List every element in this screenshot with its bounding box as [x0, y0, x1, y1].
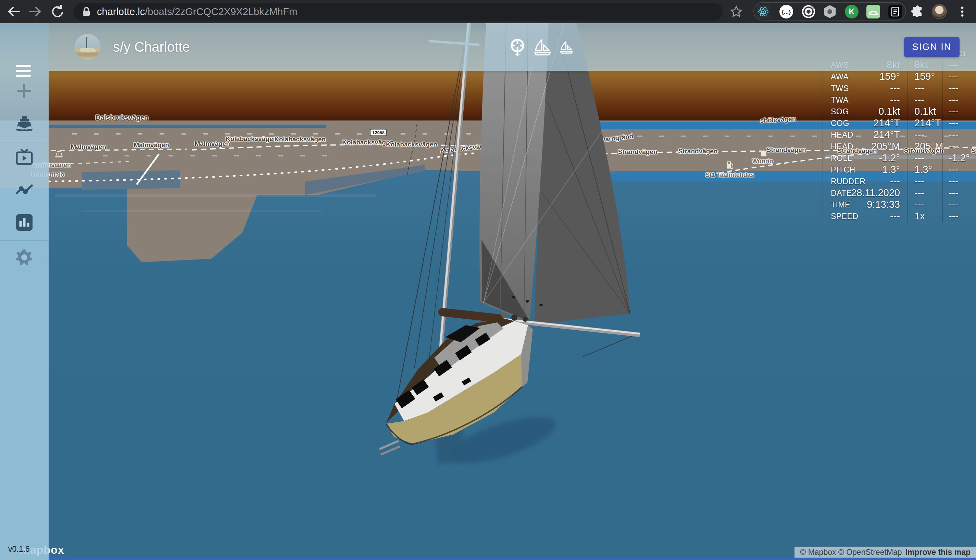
panel-row: RUDDER--------- [823, 175, 976, 187]
map-road-label: Kolabacksvägen [226, 135, 277, 143]
panel-cell: --- [949, 94, 959, 105]
panel-cell: --- [949, 175, 959, 187]
panel-cell: --- [949, 129, 959, 140]
extension-reader-doc-icon[interactable] [888, 4, 903, 19]
menu-icon[interactable] [16, 65, 31, 77]
panel-cell: --- [949, 198, 959, 210]
sidebar-divider [0, 240, 48, 241]
panel-cell: 205°M [823, 140, 900, 152]
panel-cell: 1.3° [914, 163, 932, 175]
boat-3d-model[interactable] [360, 20, 668, 507]
panel-row: SOG0.1kt0.1kt--- [823, 105, 976, 117]
panel-row: PITCH1.3°1.3°--- [823, 163, 976, 175]
url-path: /boats/2zGrCQC2X9X2LbkzMhFm [145, 6, 297, 17]
panel-cell: --- [949, 163, 959, 175]
improve-map-link[interactable]: Improve this map [906, 548, 971, 557]
panel-cell: 0.1kt [914, 105, 936, 117]
panel-cell: 1.3° [823, 163, 900, 175]
locate-boat-icon[interactable] [509, 38, 526, 56]
panel-cell: 159° [914, 70, 935, 82]
map-road-label: Malmvägen [133, 142, 169, 149]
panel-cell: 1x [914, 210, 925, 222]
sidebar-item-live-video[interactable] [0, 148, 48, 166]
panel-row: DATE28.11.2020------ [823, 187, 976, 198]
panel-cell: 9:13:33 [823, 198, 900, 210]
map-view-controls [509, 23, 574, 71]
panel-cell: 159° [823, 70, 900, 82]
panel-row: TWS--------- [823, 82, 976, 94]
panel-row: HEAD205°M205°M--- [823, 140, 976, 152]
reload-icon[interactable] [49, 3, 66, 20]
map-road-label: Strandvägen [678, 148, 717, 155]
panel-cell: --- [949, 210, 959, 222]
map-poi-label: St1 Taalintehdas [706, 172, 754, 179]
boat-avatar[interactable] [75, 34, 101, 60]
panel-row: COG214°T214°T--- [823, 117, 976, 129]
panel-cell: --- [914, 82, 924, 94]
panel-cell: --- [914, 152, 924, 163]
address-bar[interactable]: charlotte.lc/boats/2zGrCQC2X9X2LbkzMhFm [73, 3, 722, 20]
townhall-icon [55, 150, 63, 158]
panel-cell: --- [949, 117, 959, 129]
map-road-label: Kolabacksvägen [274, 135, 326, 143]
panel-cell: 214°T [914, 117, 941, 129]
panel-cell: --- [823, 82, 900, 94]
panel-row: ROLL-1.2°----1.2° [823, 152, 976, 163]
sidebar-item-add[interactable] [0, 82, 48, 99]
extension-k-green-icon[interactable]: K [844, 4, 859, 19]
extensions-puzzle-icon[interactable] [910, 4, 925, 19]
panel-cell: --- [914, 129, 924, 140]
panel-cell: 0.1kt [823, 105, 900, 117]
panel-cell: --- [823, 175, 900, 187]
panel-cell: --- [823, 210, 900, 222]
panel-cell: --- [949, 82, 959, 94]
app-version: v0.1.6 [8, 545, 30, 554]
track-line [48, 558, 976, 560]
profile-avatar[interactable] [932, 4, 947, 19]
panel-cell: --- [914, 175, 924, 187]
panel-cell: --- [914, 187, 924, 198]
forward-icon[interactable] [27, 3, 43, 20]
panel-cell: -1.2° [823, 152, 900, 163]
screenshot-root: DalsbruksvägenMalmvägenMalmvägenMalmväge… [0, 0, 976, 560]
panel-row: AWA159°159°--- [823, 70, 976, 82]
boat-large-icon[interactable] [533, 39, 552, 56]
sidebar: v0.1.6 [0, 23, 48, 560]
panel-rows: AWS8kt8kt---AWA159°159°---TWS---------TW… [823, 59, 976, 222]
panel-cell: 214°T [823, 129, 900, 140]
panel-cell: --- [914, 198, 924, 210]
map-road-label: Strandvägen [766, 146, 806, 154]
panel-cell: --- [949, 187, 959, 198]
extension-arch-green-icon[interactable] [866, 4, 881, 19]
bookmark-star-icon[interactable] [729, 4, 744, 19]
browser-toolbar: charlotte.lc/boats/2zGrCQC2X9X2LbkzMhFm … [0, 0, 976, 23]
panel-cell: 214°T [823, 117, 900, 129]
panel-row: SPEED---1x--- [823, 210, 976, 222]
extension-target-circle-icon[interactable] [801, 4, 816, 19]
panel-row: HEAD214°T------ [823, 129, 976, 140]
map-road-label: Dalsbruksvägen [95, 113, 148, 122]
instrument-panel: MAX1 AVG1 AWS8kt8kt---AWA159°159°---TWS-… [823, 48, 976, 222]
extension-hex-nut-icon[interactable] [822, 4, 837, 19]
sidebar-item-trends[interactable] [0, 183, 48, 197]
url-domain: charlotte.lc [97, 6, 145, 17]
sign-in-button[interactable]: SIGN IN [904, 37, 959, 57]
fuel-icon [726, 160, 734, 170]
map-poi-label: Wuorio [752, 158, 773, 165]
browser-menu-icon[interactable] [955, 4, 970, 19]
sidebar-item-statistics[interactable] [0, 213, 48, 232]
panel-cell: --- [949, 140, 959, 152]
extension-json-formatter-icon[interactable]: {…} [779, 4, 794, 19]
panel-cell: 205°M [914, 140, 943, 152]
avatar-mast [86, 37, 87, 50]
attribution-links[interactable]: © Mapbox © OpenStreetMap [800, 548, 902, 557]
panel-cell: --- [823, 94, 900, 105]
back-icon[interactable] [5, 3, 22, 20]
app-header: s/y Charlotte S [48, 23, 976, 71]
sidebar-item-settings[interactable] [0, 248, 48, 266]
boat-small-icon[interactable] [559, 40, 574, 54]
panel-cell: --- [949, 70, 959, 82]
sidebar-item-boat[interactable] [0, 115, 48, 133]
extension-react-devtools-icon[interactable] [756, 4, 771, 19]
map-attribution: © Mapbox © OpenStreetMap Improve this ma… [794, 547, 976, 558]
